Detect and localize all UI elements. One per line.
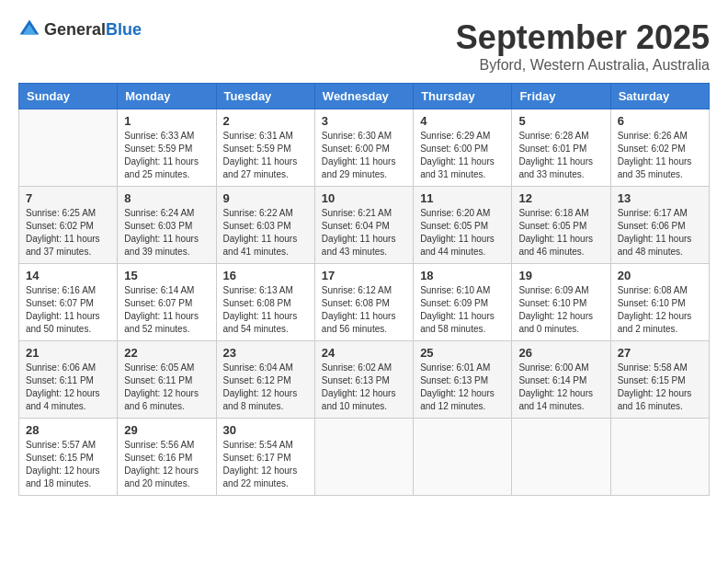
calendar-cell: 7Sunrise: 6:25 AM Sunset: 6:02 PM Daylig… <box>19 187 118 264</box>
day-info: Sunrise: 5:56 AM Sunset: 6:16 PM Dayligh… <box>124 439 209 490</box>
day-info: Sunrise: 6:30 AM Sunset: 6:00 PM Dayligh… <box>322 130 406 181</box>
day-info: Sunrise: 6:20 AM Sunset: 6:05 PM Dayligh… <box>420 207 505 259</box>
day-number: 25 <box>420 346 505 360</box>
calendar-header-row: SundayMondayTuesdayWednesdayThursdayFrid… <box>19 84 710 109</box>
day-number: 19 <box>518 269 603 282</box>
calendar-cell: 11Sunrise: 6:20 AM Sunset: 6:05 PM Dayli… <box>414 187 512 264</box>
calendar-week-row: 7Sunrise: 6:25 AM Sunset: 6:02 PM Daylig… <box>19 187 710 264</box>
calendar-cell: 28Sunrise: 5:57 AM Sunset: 6:15 PM Dayli… <box>19 419 118 496</box>
calendar-cell: 26Sunrise: 6:00 AM Sunset: 6:14 PM Dayli… <box>512 341 610 419</box>
column-header-thursday: Thursday <box>414 84 512 109</box>
day-number: 4 <box>420 114 505 128</box>
day-number: 12 <box>518 191 603 205</box>
calendar-week-row: 21Sunrise: 6:06 AM Sunset: 6:11 PM Dayli… <box>19 341 710 419</box>
calendar-cell <box>314 419 413 496</box>
day-number: 28 <box>26 423 110 437</box>
day-info: Sunrise: 6:06 AM Sunset: 6:11 PM Dayligh… <box>26 362 110 413</box>
day-number: 5 <box>518 114 603 128</box>
calendar-cell <box>414 419 512 496</box>
day-info: Sunrise: 6:04 AM Sunset: 6:12 PM Dayligh… <box>223 362 308 413</box>
day-number: 22 <box>124 346 209 360</box>
day-info: Sunrise: 6:16 AM Sunset: 6:07 PM Dayligh… <box>26 284 110 336</box>
calendar-cell: 30Sunrise: 5:54 AM Sunset: 6:17 PM Dayli… <box>216 419 314 496</box>
day-info: Sunrise: 6:21 AM Sunset: 6:04 PM Dayligh… <box>322 207 406 259</box>
day-number: 7 <box>26 191 110 205</box>
day-info: Sunrise: 6:08 AM Sunset: 6:10 PM Dayligh… <box>618 284 702 336</box>
calendar-cell: 16Sunrise: 6:13 AM Sunset: 6:08 PM Dayli… <box>216 264 314 341</box>
calendar-table: SundayMondayTuesdayWednesdayThursdayFrid… <box>18 83 710 496</box>
day-number: 20 <box>618 269 702 282</box>
day-info: Sunrise: 6:25 AM Sunset: 6:02 PM Dayligh… <box>26 207 110 259</box>
title-block: September 2025 Byford, Western Australia… <box>456 18 710 74</box>
calendar-cell: 22Sunrise: 6:05 AM Sunset: 6:11 PM Dayli… <box>118 341 216 419</box>
day-number: 26 <box>518 346 603 360</box>
calendar-week-row: 14Sunrise: 6:16 AM Sunset: 6:07 PM Dayli… <box>19 264 710 341</box>
day-info: Sunrise: 6:14 AM Sunset: 6:07 PM Dayligh… <box>124 284 209 336</box>
day-info: Sunrise: 6:01 AM Sunset: 6:13 PM Dayligh… <box>420 362 505 413</box>
day-number: 6 <box>618 114 702 128</box>
calendar-cell: 12Sunrise: 6:18 AM Sunset: 6:05 PM Dayli… <box>512 187 610 264</box>
day-info: Sunrise: 6:29 AM Sunset: 6:00 PM Dayligh… <box>420 130 505 181</box>
day-info: Sunrise: 6:05 AM Sunset: 6:11 PM Dayligh… <box>124 362 209 413</box>
column-header-tuesday: Tuesday <box>216 84 314 109</box>
calendar-cell: 14Sunrise: 6:16 AM Sunset: 6:07 PM Dayli… <box>19 264 118 341</box>
calendar-week-row: 1Sunrise: 6:33 AM Sunset: 5:59 PM Daylig… <box>19 109 710 187</box>
day-info: Sunrise: 5:54 AM Sunset: 6:17 PM Dayligh… <box>223 439 308 490</box>
day-number: 9 <box>223 191 308 205</box>
day-number: 29 <box>124 423 209 437</box>
calendar-body: 1Sunrise: 6:33 AM Sunset: 5:59 PM Daylig… <box>19 109 710 496</box>
calendar-cell: 24Sunrise: 6:02 AM Sunset: 6:13 PM Dayli… <box>314 341 413 419</box>
calendar-cell: 17Sunrise: 6:12 AM Sunset: 6:08 PM Dayli… <box>314 264 413 341</box>
day-info: Sunrise: 6:17 AM Sunset: 6:06 PM Dayligh… <box>618 207 702 259</box>
calendar-cell: 5Sunrise: 6:28 AM Sunset: 6:01 PM Daylig… <box>512 109 610 187</box>
column-header-monday: Monday <box>118 84 216 109</box>
calendar-cell: 6Sunrise: 6:26 AM Sunset: 6:02 PM Daylig… <box>610 109 709 187</box>
day-number: 30 <box>223 423 308 437</box>
day-number: 10 <box>322 191 406 205</box>
logo-icon <box>18 18 40 40</box>
day-info: Sunrise: 6:28 AM Sunset: 6:01 PM Dayligh… <box>518 130 603 181</box>
calendar-cell: 1Sunrise: 6:33 AM Sunset: 5:59 PM Daylig… <box>118 109 216 187</box>
calendar-cell: 19Sunrise: 6:09 AM Sunset: 6:10 PM Dayli… <box>512 264 610 341</box>
calendar-cell: 21Sunrise: 6:06 AM Sunset: 6:11 PM Dayli… <box>19 341 118 419</box>
calendar-cell <box>610 419 709 496</box>
day-number: 24 <box>322 346 406 360</box>
calendar-cell: 27Sunrise: 5:58 AM Sunset: 6:15 PM Dayli… <box>610 341 709 419</box>
day-info: Sunrise: 6:18 AM Sunset: 6:05 PM Dayligh… <box>518 207 603 259</box>
calendar-cell: 20Sunrise: 6:08 AM Sunset: 6:10 PM Dayli… <box>610 264 709 341</box>
calendar-cell: 18Sunrise: 6:10 AM Sunset: 6:09 PM Dayli… <box>414 264 512 341</box>
day-number: 2 <box>223 114 308 128</box>
calendar-cell: 2Sunrise: 6:31 AM Sunset: 5:59 PM Daylig… <box>216 109 314 187</box>
day-info: Sunrise: 6:10 AM Sunset: 6:09 PM Dayligh… <box>420 284 505 336</box>
calendar-week-row: 28Sunrise: 5:57 AM Sunset: 6:15 PM Dayli… <box>19 419 710 496</box>
day-info: Sunrise: 5:58 AM Sunset: 6:15 PM Dayligh… <box>618 362 702 413</box>
calendar-cell: 3Sunrise: 6:30 AM Sunset: 6:00 PM Daylig… <box>314 109 413 187</box>
calendar-cell: 10Sunrise: 6:21 AM Sunset: 6:04 PM Dayli… <box>314 187 413 264</box>
calendar-cell <box>512 419 610 496</box>
calendar-cell <box>19 109 118 187</box>
day-info: Sunrise: 5:57 AM Sunset: 6:15 PM Dayligh… <box>26 439 110 490</box>
day-number: 17 <box>322 269 406 282</box>
day-info: Sunrise: 6:22 AM Sunset: 6:03 PM Dayligh… <box>223 207 308 259</box>
day-info: Sunrise: 6:00 AM Sunset: 6:14 PM Dayligh… <box>518 362 603 413</box>
day-number: 18 <box>420 269 505 282</box>
day-number: 3 <box>322 114 406 128</box>
day-info: Sunrise: 6:33 AM Sunset: 5:59 PM Dayligh… <box>124 130 209 181</box>
day-number: 23 <box>223 346 308 360</box>
day-info: Sunrise: 6:26 AM Sunset: 6:02 PM Dayligh… <box>618 130 702 181</box>
day-info: Sunrise: 6:24 AM Sunset: 6:03 PM Dayligh… <box>124 207 209 259</box>
calendar-cell: 23Sunrise: 6:04 AM Sunset: 6:12 PM Dayli… <box>216 341 314 419</box>
month-title: September 2025 <box>456 18 710 57</box>
column-header-wednesday: Wednesday <box>314 84 413 109</box>
column-header-friday: Friday <box>512 84 610 109</box>
calendar-cell: 4Sunrise: 6:29 AM Sunset: 6:00 PM Daylig… <box>414 109 512 187</box>
day-info: Sunrise: 6:12 AM Sunset: 6:08 PM Dayligh… <box>322 284 406 336</box>
column-header-saturday: Saturday <box>610 84 709 109</box>
day-number: 15 <box>124 269 209 282</box>
logo-text-blue: Blue <box>106 20 142 39</box>
day-number: 14 <box>26 269 110 282</box>
day-info: Sunrise: 6:13 AM Sunset: 6:08 PM Dayligh… <box>223 284 308 336</box>
calendar-cell: 15Sunrise: 6:14 AM Sunset: 6:07 PM Dayli… <box>118 264 216 341</box>
calendar-cell: 29Sunrise: 5:56 AM Sunset: 6:16 PM Dayli… <box>118 419 216 496</box>
calendar-cell: 25Sunrise: 6:01 AM Sunset: 6:13 PM Dayli… <box>414 341 512 419</box>
